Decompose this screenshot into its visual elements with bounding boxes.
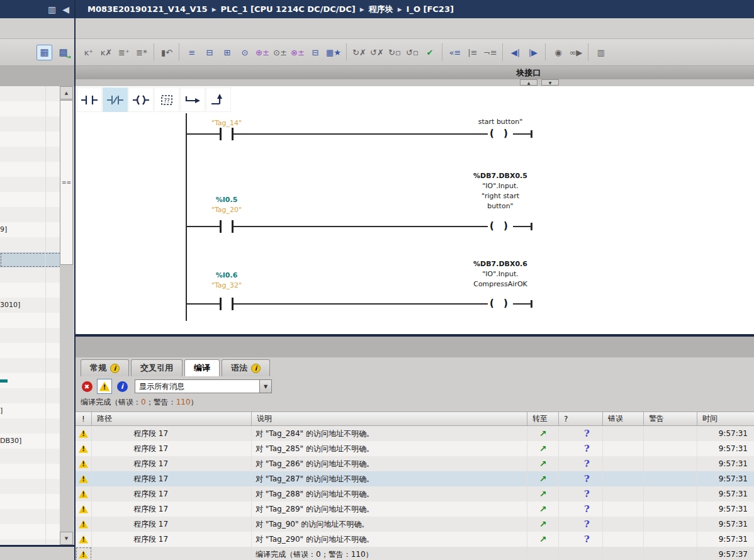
tree-row[interactable] [0, 449, 61, 464]
tree-row[interactable] [0, 373, 61, 388]
no-contact-symbol[interactable] [220, 298, 234, 310]
left-toolbar-button[interactable]: ▦ [37, 45, 52, 60]
tree-row[interactable] [0, 86, 61, 101]
question-mark-icon[interactable]: ? [584, 428, 590, 439]
row-help-cell[interactable]: ? [559, 532, 603, 547]
toolbar-button[interactable]: ⊞ [219, 44, 235, 60]
coil-address-label[interactable]: %DB7.DBX0.5 [450, 171, 551, 181]
row-goto-cell[interactable]: ↗ [527, 426, 559, 441]
row-help-cell[interactable]: ? [559, 517, 603, 532]
tree-row[interactable] [0, 101, 61, 116]
coil-symbol[interactable]: ( ) [488, 220, 513, 233]
inspector-tab[interactable]: 交叉引用 [131, 359, 183, 376]
message-row[interactable]: ! 编译完成（错误：0；警告：110） ↗ ? 9:57:37 [76, 547, 754, 560]
tree-row[interactable] [0, 418, 61, 434]
question-mark-icon[interactable]: ? [584, 473, 590, 484]
tree-scrollbar[interactable]: ▲ ≡≡ ▼ [60, 86, 73, 545]
goto-arrow-icon[interactable]: ↗ [539, 428, 547, 439]
tree-row[interactable] [0, 509, 61, 524]
tree-row[interactable] [0, 267, 61, 283]
row-help-cell[interactable]: ? [559, 441, 603, 456]
tree-row[interactable] [0, 539, 61, 545]
tree-row[interactable] [0, 132, 61, 147]
toolbar-button[interactable]: ≡ [184, 44, 200, 60]
toolbar-button[interactable]: ↺✗ [369, 44, 385, 60]
columns-icon[interactable]: ▥ [48, 5, 56, 14]
open-branch-icon[interactable] [180, 87, 205, 112]
goto-arrow-icon[interactable]: ↗ [539, 504, 547, 514]
filter-info-button[interactable]: i [115, 379, 130, 394]
question-mark-icon[interactable]: ? [584, 488, 590, 500]
goto-arrow-icon[interactable]: ↗ [539, 519, 547, 529]
toolbar-button[interactable]: ≣⁺ [116, 44, 132, 60]
coil-operand-label[interactable]: "right start [450, 191, 551, 201]
toolbar-button[interactable]: ▥ [593, 44, 609, 60]
coil-operand-label[interactable]: "IO".Input. [450, 269, 551, 279]
toolbar-button[interactable]: ⊟ [201, 44, 218, 60]
toolbar-button[interactable]: ≣* [133, 44, 150, 60]
question-mark-icon[interactable]: ? [584, 443, 590, 454]
tree-row[interactable] [0, 479, 61, 494]
toolbar-button[interactable]: ¬≡ [482, 44, 498, 60]
breadcrumb-item[interactable]: ▶ 程序块 [360, 4, 393, 15]
toolbar-button[interactable] [154, 43, 155, 61]
coil-operand-label[interactable]: button" [450, 201, 551, 211]
row-help-cell[interactable]: ? [559, 486, 603, 501]
tree-row[interactable] [0, 192, 61, 207]
breadcrumb-item[interactable]: ▶ I_O [FC23] [398, 4, 454, 14]
empty-box-icon[interactable]: ?? [154, 87, 179, 112]
row-help-cell[interactable]: ? [559, 426, 603, 441]
coil-operand-label[interactable]: "IO".Input. [450, 181, 551, 191]
row-goto-cell[interactable]: ↗ [527, 456, 559, 471]
row-goto-cell[interactable]: ↗ [527, 471, 559, 486]
message-row[interactable]: ! 程序段 17 对 "Tag_285" 的访问地址不明确。 ↗ ? 9:57:… [76, 441, 754, 456]
coil-symbol[interactable]: ( ) [488, 128, 513, 140]
inspector-tab[interactable]: 编译 [184, 359, 220, 376]
interface-expand-up-button[interactable]: ▲ [520, 79, 537, 86]
scrollbar-thumb[interactable]: ≡≡ [60, 100, 73, 265]
toolbar-button[interactable]: «≡ [447, 44, 463, 60]
goto-arrow-icon[interactable]: ↗ [539, 534, 547, 544]
message-row[interactable]: ! 程序段 17 对 "Tag_90" 的访问地址不明确。 ↗ ? 9:57:3… [76, 517, 754, 532]
collapse-panel-icon[interactable]: ◀ [62, 5, 69, 14]
tree-row[interactable] [0, 464, 61, 479]
coil-operand-label[interactable]: CompressAirOK [450, 279, 551, 289]
goto-arrow-icon[interactable]: ↗ [539, 474, 547, 484]
message-row[interactable]: ! 程序段 17 对 "Tag_290" 的访问地址不明确。 ↗ ? 9:57:… [76, 532, 754, 547]
row-goto-cell[interactable]: ↗ [527, 441, 559, 456]
coil-operand-label[interactable]: start button" [450, 117, 551, 127]
close-branch-icon[interactable] [206, 87, 231, 112]
toolbar-button[interactable]: ⊕± [254, 44, 271, 60]
toolbar-button[interactable]: ↻✗ [351, 44, 368, 60]
tree-row[interactable] [0, 177, 61, 192]
tree-row[interactable]: 9] [0, 222, 61, 237]
no-contact-symbol[interactable] [220, 220, 234, 233]
filter-errors-button[interactable]: ✖ [79, 379, 94, 394]
goto-arrow-icon[interactable]: ↗ [539, 459, 547, 469]
tree-row[interactable] [0, 388, 61, 403]
toolbar-button[interactable]: ∞▶ [568, 44, 584, 60]
question-mark-icon[interactable]: ? [584, 458, 590, 469]
goto-arrow-icon[interactable]: ↗ [539, 489, 547, 499]
breadcrumb-item[interactable]: ▶ PLC_1 [CPU 1214C DC/DC/DC] [212, 4, 356, 14]
contact-address-label[interactable]: %I0.5 [179, 195, 274, 205]
message-row[interactable]: ! 程序段 17 对 "Tag_284" 的访问地址不明确。 ↗ ? 9:57:… [76, 426, 754, 441]
row-help-cell[interactable]: ? [559, 456, 603, 471]
contact-tag-label[interactable]: "Tag_32" [179, 281, 274, 291]
contact-tag-label[interactable]: "Tag_20" [179, 205, 274, 215]
filter-warnings-button[interactable]: ! [97, 379, 112, 394]
breadcrumb-item[interactable]: M083E20190121_V14_V15 [83, 4, 208, 14]
inspector-tab[interactable]: 常规 i [81, 359, 129, 376]
toolbar-button[interactable]: ⊙ [237, 44, 253, 60]
row-goto-cell[interactable]: ↗ [527, 517, 559, 532]
question-mark-icon[interactable]: ? [584, 534, 590, 545]
toolbar-button[interactable] [346, 43, 347, 61]
message-row[interactable]: ! 程序段 17 对 "Tag_288" 的访问地址不明确。 ↗ ? 9:57:… [76, 486, 754, 501]
row-goto-cell[interactable]: ↗ [527, 501, 559, 517]
tree-row[interactable] [0, 494, 61, 509]
coil-icon[interactable] [128, 87, 154, 112]
tree-row[interactable] [0, 524, 61, 539]
toolbar-button[interactable]: ◉ [550, 44, 566, 60]
toolbar-button[interactable]: ↻▫ [386, 44, 403, 60]
toolbar-button[interactable] [442, 43, 443, 61]
